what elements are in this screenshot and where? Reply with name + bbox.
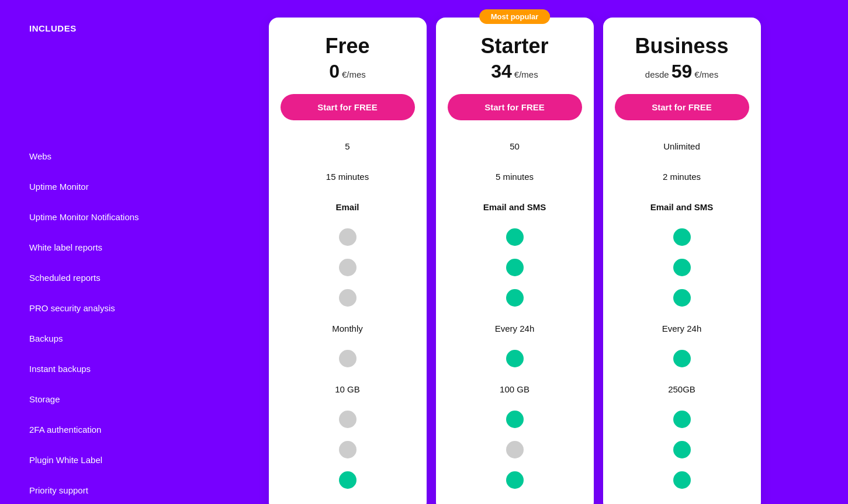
free-row-plugin-white-label: [281, 435, 415, 465]
business-row-backups: Every 24h: [615, 313, 749, 343]
business-price-desde: desde: [645, 69, 669, 79]
sidebar-item-storage: Storage: [29, 384, 187, 414]
business-plan-price-row: desde 59 €/mes: [615, 61, 749, 82]
business-row-plugin-white-label: [615, 435, 749, 465]
starter-price-number: 34: [491, 61, 512, 82]
sidebar-item-pro-security: PRO security analysis: [29, 293, 187, 323]
business-dot-scheduled: [673, 259, 691, 276]
free-plan-price-row: 0 €/mes: [281, 61, 415, 82]
starter-row-instant-backups: [448, 343, 582, 374]
starter-row-scheduled: [448, 252, 582, 283]
sidebar-item-2fa: 2FA authentication: [29, 414, 187, 444]
business-dot-pro-security: [673, 289, 691, 307]
business-row-scheduled: [615, 252, 749, 283]
starter-row-plugin-white-label: [448, 435, 582, 465]
free-dot-pro-security: [339, 289, 356, 307]
sidebar-includes-label: INCLUDES: [29, 23, 187, 33]
starter-row-2fa: [448, 404, 582, 435]
business-row-priority-support: [615, 465, 749, 495]
business-dot-priority-support: [673, 471, 691, 489]
business-plan-rows: Unlimited 2 minutes Email and SMS Every …: [615, 131, 749, 495]
business-row-webs: Unlimited: [615, 131, 749, 161]
page-wrapper: INCLUDES Webs Uptime Monitor Uptime Moni…: [0, 12, 848, 504]
starter-plan-price-row: 34 €/mes: [448, 61, 582, 82]
pricing-area: Free 0 €/mes Start for FREE 5 15 minutes…: [193, 12, 836, 504]
starter-row-pro-security: [448, 283, 582, 313]
business-row-2fa: [615, 404, 749, 435]
free-plan-rows: 5 15 minutes Email Monthly 10 GB: [281, 131, 415, 495]
sidebar-item-backups: Backups: [29, 323, 187, 353]
starter-row-storage: 100 GB: [448, 374, 582, 404]
starter-plan-name: Starter: [448, 34, 582, 58]
free-row-notifications: Email: [281, 192, 415, 222]
free-price-number: 0: [329, 61, 340, 82]
free-dot-plugin-white-label: [339, 441, 356, 458]
starter-row-uptime: 5 minutes: [448, 161, 582, 192]
free-cta-button[interactable]: Start for FREE: [281, 94, 415, 120]
starter-dot-pro-security: [506, 289, 524, 307]
sidebar-item-scheduled-reports: Scheduled reports: [29, 262, 187, 293]
sidebar-item-uptime-monitor-notifications: Uptime Monitor Notifications: [29, 201, 187, 232]
starter-dot-priority-support: [506, 471, 524, 489]
starter-row-white-label: [448, 222, 582, 252]
business-cta-button[interactable]: Start for FREE: [615, 94, 749, 120]
free-dot-2fa: [339, 411, 356, 428]
starter-row-webs: 50: [448, 131, 582, 161]
free-row-backups: Monthly: [281, 313, 415, 343]
sidebar-item-uptime-monitor: Uptime Monitor: [29, 171, 187, 201]
free-row-white-label: [281, 222, 415, 252]
starter-row-backups: Every 24h: [448, 313, 582, 343]
most-popular-badge: Most popular: [479, 9, 551, 24]
free-dot-priority-support: [339, 471, 356, 489]
plan-card-free: Free 0 €/mes Start for FREE 5 15 minutes…: [269, 18, 427, 504]
free-row-scheduled: [281, 252, 415, 283]
sidebar: INCLUDES Webs Uptime Monitor Uptime Moni…: [12, 12, 193, 504]
sidebar-item-webs: Webs: [29, 141, 187, 171]
plan-card-starter: Most popular Starter 34 €/mes Start for …: [436, 18, 594, 504]
starter-cta-button[interactable]: Start for FREE: [448, 94, 582, 120]
business-plan-name: Business: [615, 34, 749, 58]
business-row-storage: 250GB: [615, 374, 749, 404]
free-price-unit: €/mes: [342, 69, 366, 79]
sidebar-item-instant-backups: Instant backups: [29, 353, 187, 384]
business-row-instant-backups: [615, 343, 749, 374]
free-row-webs: 5: [281, 131, 415, 161]
business-row-white-label: [615, 222, 749, 252]
sidebar-item-priority-support: Priority support: [29, 475, 187, 504]
free-row-2fa: [281, 404, 415, 435]
business-dot-2fa: [673, 411, 691, 428]
business-row-pro-security: [615, 283, 749, 313]
business-row-notifications: Email and SMS: [615, 192, 749, 222]
free-row-uptime: 15 minutes: [281, 161, 415, 192]
free-dot-scheduled: [339, 259, 356, 276]
starter-dot-scheduled: [506, 259, 524, 276]
starter-dot-white-label: [506, 228, 524, 246]
free-row-priority-support: [281, 465, 415, 495]
business-dot-instant-backups: [673, 350, 691, 367]
business-price-number: 59: [672, 61, 693, 82]
starter-row-priority-support: [448, 465, 582, 495]
starter-dot-plugin-white-label: [506, 441, 524, 458]
sidebar-item-plugin-white-label: Plugin White Label: [29, 444, 187, 475]
business-dot-white-label: [673, 228, 691, 246]
plan-card-business: Business desde 59 €/mes Start for FREE U…: [603, 18, 761, 504]
starter-row-notifications: Email and SMS: [448, 192, 582, 222]
starter-dot-2fa: [506, 411, 524, 428]
business-dot-plugin-white-label: [673, 441, 691, 458]
free-row-storage: 10 GB: [281, 374, 415, 404]
starter-dot-instant-backups: [506, 350, 524, 367]
free-plan-name: Free: [281, 34, 415, 58]
starter-price-unit: €/mes: [514, 69, 538, 79]
free-dot-white-label: [339, 228, 356, 246]
business-price-unit: €/mes: [694, 69, 718, 79]
sidebar-item-white-label-reports: White label reports: [29, 232, 187, 262]
free-row-pro-security: [281, 283, 415, 313]
free-dot-instant-backups: [339, 350, 356, 367]
starter-plan-rows: 50 5 minutes Email and SMS Every 24h 100…: [448, 131, 582, 495]
free-row-instant-backups: [281, 343, 415, 374]
business-row-uptime: 2 minutes: [615, 161, 749, 192]
